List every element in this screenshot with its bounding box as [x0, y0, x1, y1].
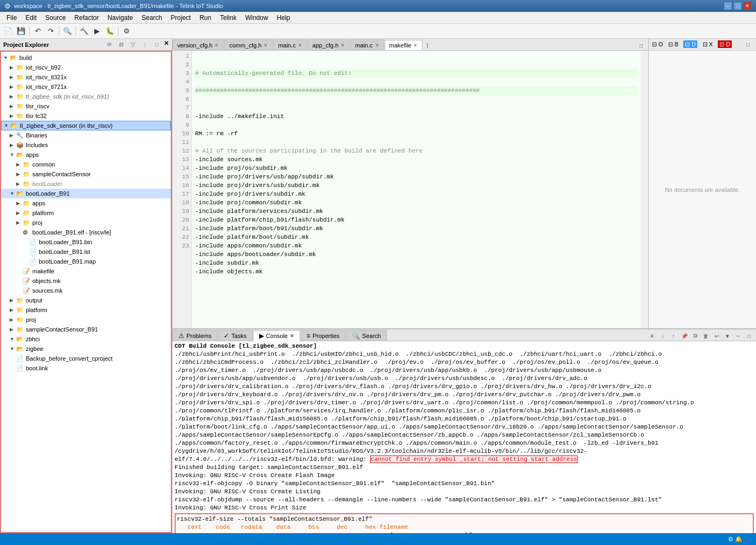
explorer-sync[interactable]: ⟳ — [105, 40, 114, 50]
tree-item-makefile[interactable]: 📝 makefile — [1, 266, 171, 276]
tb-debug[interactable]: 🐛 — [104, 25, 116, 37]
tab-tasks[interactable]: ✓ Tasks — [218, 330, 252, 341]
menu-help[interactable]: Help — [273, 13, 295, 23]
tab-main-c2[interactable]: main.c ✕ — [350, 39, 384, 50]
menu-navigate[interactable]: Navigate — [103, 13, 137, 23]
tree-item-bin[interactable]: 📄 bootLoader_B91.bin — [1, 237, 171, 247]
tree-arrow-sample: ▶ — [16, 171, 23, 177]
menu-window[interactable]: Window — [241, 13, 273, 23]
menu-run[interactable]: Run — [195, 13, 216, 23]
tree-item-lst[interactable]: 📄 bootLoader_B91.lst — [1, 247, 171, 257]
menu-source[interactable]: Source — [41, 13, 70, 23]
tree-item-bootloaderB91[interactable]: ▼ 📂 bootLoader_B91 — [1, 189, 171, 198]
tab-main-c1[interactable]: main.c ✕ — [273, 39, 307, 50]
minimize-button[interactable]: ─ — [724, 2, 732, 10]
editor-scrollbar[interactable] — [641, 51, 648, 328]
explorer-menu[interactable]: ⋮ — [140, 40, 150, 50]
tree-item-sources-mk[interactable]: 📝 sources.mk — [1, 286, 171, 295]
tab-app-cfg[interactable]: app_cfg.h ✕ — [308, 39, 350, 50]
console-clear[interactable]: 🗑 — [701, 331, 711, 341]
tree-item-platform2[interactable]: ▶ 📁 platform — [1, 305, 171, 315]
tb-settings[interactable]: ⚙ — [121, 25, 133, 37]
tab-search[interactable]: 🔍 Search — [346, 330, 387, 341]
tree-item-boot-link[interactable]: 📄 boot.link — [1, 363, 171, 373]
tree-item-zigbee[interactable]: ▼ 📂 zigbee — [1, 344, 171, 354]
tree-item-objects-mk[interactable]: 📝 objects.mk — [1, 276, 171, 286]
tb-new[interactable]: 📄 — [2, 25, 14, 37]
code-line-23: -include objects.mk — [195, 268, 262, 275]
explorer-collapse[interactable]: ⊟ — [116, 40, 126, 50]
tree-item-proj[interactable]: ▶ 📁 proj — [1, 218, 171, 227]
tb-undo[interactable]: ↶ — [32, 25, 44, 37]
tree-item-zbhci[interactable]: ▼ 📂 zbhci — [1, 334, 171, 344]
tab-makefile[interactable]: makefile ✕ — [385, 40, 423, 51]
tab-properties[interactable]: ≡ Properties — [301, 330, 345, 341]
tree-item-backup[interactable]: 📄 Backup_before_convert_cproject — [1, 354, 171, 363]
menu-file[interactable]: File — [2, 13, 21, 23]
tree-item-sample-b91[interactable]: ▶ 📁 sampleContactSensor_B91 — [1, 325, 171, 334]
menu-edit[interactable]: Edit — [21, 13, 41, 23]
tab-close-console[interactable]: ✕ — [290, 333, 294, 339]
tree-item-binaries[interactable]: ▶ 🔧 Binaries — [1, 130, 171, 140]
tab-close-version-cfg[interactable]: ✕ — [214, 43, 219, 48]
tab-close-comm-cfg[interactable]: ✕ — [263, 43, 268, 48]
menu-search[interactable]: Search — [137, 13, 167, 23]
tree-item-map[interactable]: 📄 bootLoader_B91.map — [1, 257, 171, 266]
console-copy[interactable]: ⧉ — [690, 331, 700, 341]
tree-item-common[interactable]: ▶ 📁 common — [1, 160, 171, 169]
tab-close-makefile[interactable]: ✕ — [413, 43, 418, 48]
right-panel-min[interactable]: □ — [743, 40, 753, 50]
tab-close-app-cfg[interactable]: ✕ — [341, 43, 345, 48]
tb-save[interactable]: 💾 — [15, 25, 27, 37]
console-terminate[interactable]: ✕ — [647, 331, 657, 341]
tab-comm-cfg[interactable]: comm_cfg.h ✕ — [224, 39, 273, 50]
tree-label-tl-sdk: tl_zigbee_sdk (in iot_riscv_b91) — [26, 93, 109, 100]
tree-item-output[interactable]: ▶ 📁 output — [1, 295, 171, 305]
console-min[interactable]: ─ — [733, 331, 743, 341]
tab-version-cfg[interactable]: version_cfg.h ✕ — [172, 39, 224, 50]
explorer-min[interactable]: □ — [152, 40, 162, 50]
explorer-close[interactable]: ✕ — [164, 40, 169, 50]
tab-close-main-c2[interactable]: ✕ — [375, 43, 379, 48]
menu-project[interactable]: Project — [167, 13, 195, 23]
tab-overflow[interactable]: ⟩ — [423, 41, 432, 50]
menu-telink[interactable]: Telink — [216, 13, 241, 23]
tree-item-iot-b92[interactable]: ▶ 📁 iot_riscv_b92 — [1, 63, 171, 72]
editor-max[interactable]: □ — [636, 40, 646, 50]
close-button[interactable]: ✕ — [743, 2, 752, 10]
console-line-10: ./platform/boot/link_cfg.o ./apps/sample… — [175, 423, 754, 431]
tab-problems[interactable]: ⚠ Problems — [172, 330, 217, 341]
tree-item-tlsr-tc32[interactable]: ▶ 📁 tlsr tc32 — [1, 111, 171, 121]
tb-build[interactable]: 🔨 — [78, 25, 90, 37]
tree-item-tl721x[interactable]: ▶ 📁 iot_riscv_tl721x — [1, 82, 171, 92]
tree-item-elf[interactable]: ⚙ bootLoader_B91.elf - [riscv/le] — [1, 227, 171, 237]
tab-console[interactable]: ▶ Console ✕ — [253, 330, 300, 341]
tree-item-sampleContact[interactable]: ▶ 📁 sampleContactSensor — [1, 169, 171, 179]
tree-item-apps[interactable]: ▼ 📂 apps — [1, 150, 171, 160]
tb-search[interactable]: 🔍 — [61, 25, 73, 37]
tree-item-tl321x[interactable]: ▶ 📁 iot_riscv_tl321x — [1, 72, 171, 82]
tree-item-build[interactable]: ▼ 📂 build — [1, 53, 171, 63]
tree-item-proj2[interactable]: ▶ 📁 proj — [1, 315, 171, 325]
console-scroll-up[interactable]: ↑ — [669, 331, 678, 341]
tree-item-sensor[interactable]: ▼ 📂 tl_zigbee_sdk_sensor (in tlsr_riscv) — [1, 121, 171, 130]
menu-refactor[interactable]: Refactor — [70, 13, 103, 23]
console-content[interactable]: CDT Build Console [tl_zigbee_sdk_sensor]… — [172, 341, 756, 533]
console-pin[interactable]: 📌 — [679, 331, 689, 341]
tb-redo[interactable]: ↷ — [45, 25, 57, 37]
code-content[interactable]: # Automatically-generated file. Do not e… — [192, 51, 641, 328]
tree-item-apps2[interactable]: ▶ 📁 apps — [1, 198, 171, 208]
console-scroll-down[interactable]: ↓ — [658, 331, 668, 341]
tb-run[interactable]: ▶ — [91, 25, 103, 37]
tab-close-main-c1[interactable]: ✕ — [298, 43, 302, 48]
tree-item-platform[interactable]: ▶ 📁 platform — [1, 208, 171, 218]
tree-item-bootLoader[interactable]: ▶ 📁 bootLoader — [1, 179, 171, 189]
restore-button[interactable]: □ — [733, 2, 742, 10]
console-wrap[interactable]: ↩ — [712, 331, 722, 341]
console-settings[interactable]: ▼ — [723, 331, 732, 341]
tree-item-includes[interactable]: ▶ 📦 Includes — [1, 140, 171, 150]
console-max[interactable]: □ — [744, 331, 754, 341]
tree-item-tl-zigbee-sdk[interactable]: ▶ 📁 tl_zigbee_sdk (in iot_riscv_b91) — [1, 92, 171, 101]
tree-item-tlsr-riscv[interactable]: ▶ 📁 tlsr_riscv — [1, 101, 171, 111]
explorer-filter[interactable]: ▽ — [128, 40, 138, 50]
